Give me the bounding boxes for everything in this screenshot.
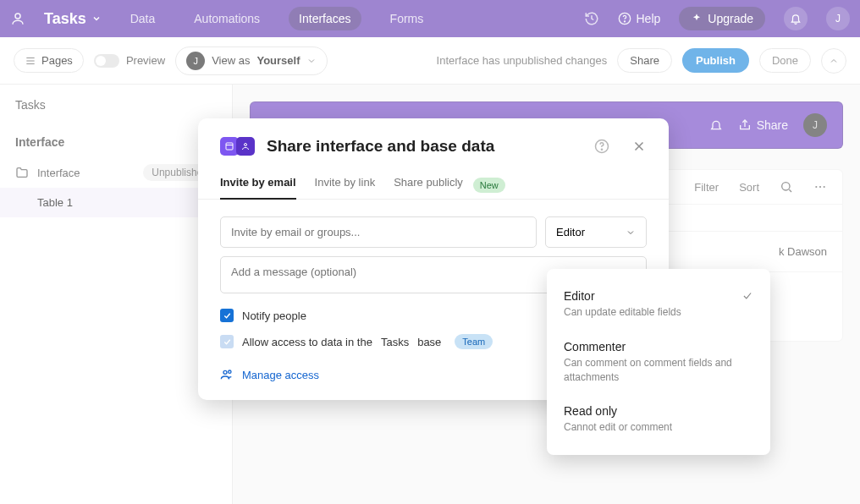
tab-share-publicly[interactable]: Share publicly (394, 171, 463, 199)
svg-point-8 (245, 144, 247, 146)
modal-help-icon[interactable] (584, 139, 609, 154)
role-select[interactable]: Editor (545, 216, 647, 248)
people-icon (220, 368, 234, 381)
role-option-readonly[interactable]: Read only Cannot edit or comment (547, 394, 770, 445)
svg-point-11 (223, 370, 227, 374)
check-icon (741, 290, 753, 302)
check-icon (223, 311, 232, 320)
chevron-down-icon (626, 227, 636, 238)
role-option-editor[interactable]: Editor Can update editable fields (547, 279, 770, 330)
check-icon (223, 337, 232, 347)
tab-invite-email[interactable]: Invite by email (220, 171, 296, 199)
role-dropdown: Editor Can update editable fields Commen… (547, 269, 770, 455)
invite-email-input[interactable] (220, 216, 537, 248)
modal-tabs: Invite by email Invite by link Share pub… (198, 171, 669, 200)
svg-point-10 (601, 149, 602, 150)
tab-invite-link[interactable]: Invite by link (315, 171, 376, 199)
modal-title: Share interface and base data (267, 137, 494, 156)
allow-access-checkbox[interactable] (220, 335, 234, 348)
modal-close-icon[interactable] (621, 139, 647, 154)
notify-checkbox[interactable] (220, 309, 234, 322)
svg-point-12 (229, 370, 231, 373)
role-option-commenter[interactable]: Commenter Can comment on comment fields … (547, 330, 770, 395)
modal-logos (220, 137, 255, 156)
team-badge: Team (455, 334, 493, 349)
new-badge: New (473, 178, 505, 193)
people-icon (236, 137, 255, 156)
base-name-chip: Tasks (381, 336, 409, 348)
svg-rect-7 (226, 143, 233, 150)
